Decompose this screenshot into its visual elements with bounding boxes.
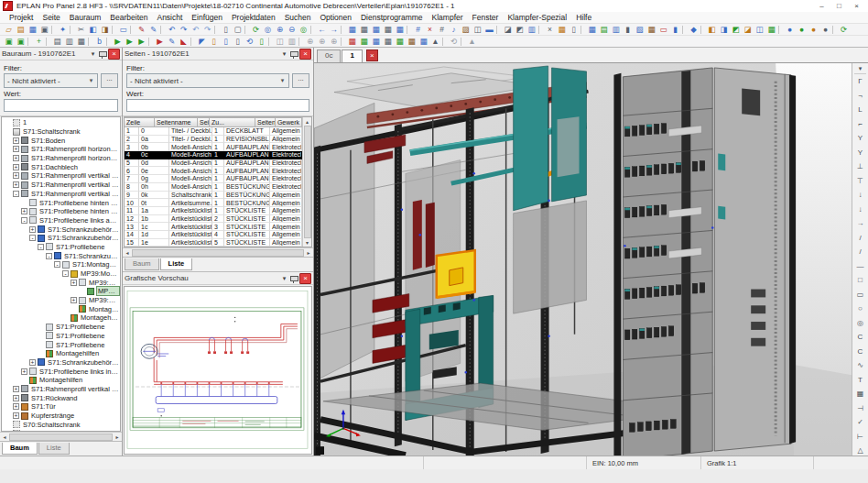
expander-icon[interactable]: +	[71, 297, 77, 303]
tree-item[interactable]: Montagehilfen	[3, 349, 120, 358]
toolbar-icon[interactable]: ✎	[147, 25, 159, 35]
tree-item[interactable]: + Kupferstränge	[3, 412, 120, 421]
toolbar-icon[interactable]: ✎	[136, 25, 147, 35]
expander-icon[interactable]: -	[29, 235, 36, 241]
toolbar-icon[interactable]: ⟳	[250, 25, 262, 35]
toolbar-icon[interactable]	[341, 26, 345, 34]
toolbar-icon[interactable]: ●	[808, 25, 819, 35]
menu-item[interactable]: Projektdaten	[227, 13, 280, 22]
menu-item[interactable]: Dienstprogramme	[356, 13, 428, 22]
routing-tool-icon[interactable]: Γ	[853, 74, 867, 89]
viewport-tab[interactable]: 1	[342, 49, 362, 62]
toolbar-icon[interactable]: ▥	[526, 25, 537, 35]
panel-menu-icon[interactable]: ▾	[279, 49, 289, 59]
toolbar-icon[interactable]: ◎	[262, 25, 274, 35]
panel-close-icon[interactable]: ×	[108, 49, 120, 60]
toolbar-icon[interactable]: ←	[316, 25, 328, 35]
toolbar-icon[interactable]: ▯	[232, 37, 244, 47]
toolbar-icon[interactable]: ▶	[112, 37, 124, 47]
panel-tab[interactable]: Liste	[38, 443, 70, 455]
toolbar-icon[interactable]	[214, 26, 219, 34]
table-vscrollbar[interactable]: ▴ ▾	[302, 117, 311, 247]
toolbar-icon[interactable]: ▶	[154, 37, 166, 47]
toolbar-icon[interactable]: ●	[819, 25, 831, 35]
toolbar-icon[interactable]: ◧	[87, 25, 99, 35]
panel-menu-icon[interactable]: ▾	[88, 49, 98, 59]
toolbar-icon[interactable]: ▥	[610, 25, 622, 35]
toolbar-icon[interactable]	[46, 38, 50, 46]
toolbar-icon[interactable]: ▦	[370, 37, 382, 47]
toolbar-icon[interactable]: b	[93, 37, 105, 47]
expander-icon[interactable]: +	[13, 412, 19, 419]
toolbar-icon[interactable]: ✎	[166, 37, 178, 47]
table-row[interactable]: 14 1d Artikelstückliste 4 STÜCKLISTE All…	[125, 231, 302, 239]
filter-select[interactable]: - Nicht aktiviert - ▾	[126, 73, 289, 88]
toolbar-icon[interactable]: ▦	[418, 37, 429, 47]
toolbar-icon[interactable]: ▦	[346, 37, 358, 47]
menu-item[interactable]: Projekt	[5, 13, 38, 22]
routing-tool-icon[interactable]: ∿	[853, 358, 867, 373]
toolbar-icon[interactable]	[298, 38, 303, 46]
panel-tab[interactable]: Baum	[2, 443, 38, 455]
routing-tool-icon[interactable]: ▦	[853, 387, 867, 401]
toolbar-icon[interactable]	[106, 38, 111, 46]
toolbar-icon[interactable]: ×	[424, 25, 436, 35]
toolbar-icon[interactable]: ▣	[38, 25, 50, 35]
toolbar-icon[interactable]: ×	[544, 25, 556, 35]
expander-icon[interactable]: -	[62, 270, 69, 277]
routing-tool-icon[interactable]: C	[853, 330, 867, 345]
tree-item[interactable]: S71:Profilebene hinten außen	[3, 198, 120, 207]
toolbar-icon[interactable]: ◪	[742, 25, 754, 35]
toolbar-icon[interactable]: ▮	[669, 25, 681, 35]
tree-item[interactable]: - S71:Schrankzubehör allg...	[3, 251, 120, 260]
toolbar-icon[interactable]	[461, 38, 465, 46]
toolbar-icon[interactable]: ▥	[286, 37, 298, 47]
expander-icon[interactable]: +	[13, 146, 19, 152]
toolbar-icon[interactable]: ⊕	[316, 37, 328, 47]
toolbar-icon[interactable]: ▦	[382, 37, 394, 47]
column-header[interactable]: Zu...	[210, 117, 255, 127]
expander-icon[interactable]: -	[54, 261, 60, 268]
expander-icon[interactable]: +	[29, 359, 36, 366]
panel-close-icon[interactable]: ×	[299, 273, 311, 284]
tree-item[interactable]: + S71:Profilebene hinten innen	[3, 207, 120, 216]
toolbar-icon[interactable]: ▭	[657, 25, 669, 35]
toolbar-icon[interactable]: ⟳	[838, 25, 850, 35]
expander-icon[interactable]: -	[13, 191, 19, 197]
tree-item[interactable]: + MP39:Monta...	[3, 296, 120, 305]
panel-menu-icon[interactable]: ▾	[279, 274, 289, 283]
panel-tab[interactable]: Liste	[160, 258, 193, 270]
toolbar-icon[interactable]: ▯	[568, 25, 580, 35]
toolbar-icon[interactable]: ▦	[370, 25, 382, 35]
expander-icon[interactable]: +	[13, 395, 19, 401]
table-row[interactable]: 4 0c Modell-Ansicht 1 AUFBAUPLAN Elektro…	[125, 151, 302, 159]
tree-item[interactable]: - S71:Profilebene links außen	[3, 216, 120, 225]
tree-item[interactable]: - S71:Schrankzubehör allgemein	[3, 234, 120, 243]
scroll-left-icon[interactable]: ◂	[1, 434, 8, 440]
toolbar-icon[interactable]: ▣	[3, 37, 15, 47]
table-row[interactable]: 15 1e Artikelstückliste 5 STÜCKLISTE All…	[125, 239, 302, 247]
toolbar-icon[interactable]: ▲	[429, 37, 441, 47]
toolbar-icon[interactable]: ⊕	[274, 25, 286, 35]
table-row[interactable]: 7 0g Modell-Ansicht 1 AUFBAUPLAN Elektro…	[125, 175, 302, 183]
toolbar-icon[interactable]: ⊕	[304, 37, 316, 47]
column-header[interactable]: Zeile	[125, 117, 155, 127]
routing-tool-icon[interactable]: ↓	[853, 203, 867, 217]
panel-close-icon[interactable]: ×	[299, 49, 311, 60]
tree-item[interactable]: + S71:Rahmenprofil vertikal rechts vorne	[3, 171, 120, 181]
toolbar-icon[interactable]: ◆	[688, 25, 700, 35]
menu-item[interactable]: Bearbeiten	[105, 13, 152, 22]
toolbar-icon[interactable]: ▮	[622, 25, 634, 35]
tree-item[interactable]: S71:Profilebene	[3, 323, 120, 332]
toolbar-icon[interactable]	[496, 26, 501, 34]
tree-item[interactable]: S71:Profilebene	[3, 340, 120, 349]
expander-icon[interactable]: -	[46, 253, 52, 259]
close-view-icon[interactable]: ×	[366, 49, 378, 61]
toolbar-icon[interactable]	[268, 38, 273, 46]
tree-hscrollbar[interactable]: ◂ ▸	[0, 432, 122, 441]
scroll-left-icon[interactable]: ◂	[124, 249, 131, 256]
toolbar-icon[interactable]: #	[436, 25, 448, 35]
expander-icon[interactable]: +	[13, 181, 19, 188]
tree-item[interactable]: - S71:Montagefläche	[3, 260, 120, 269]
menu-item[interactable]: Klampfer	[428, 13, 468, 22]
